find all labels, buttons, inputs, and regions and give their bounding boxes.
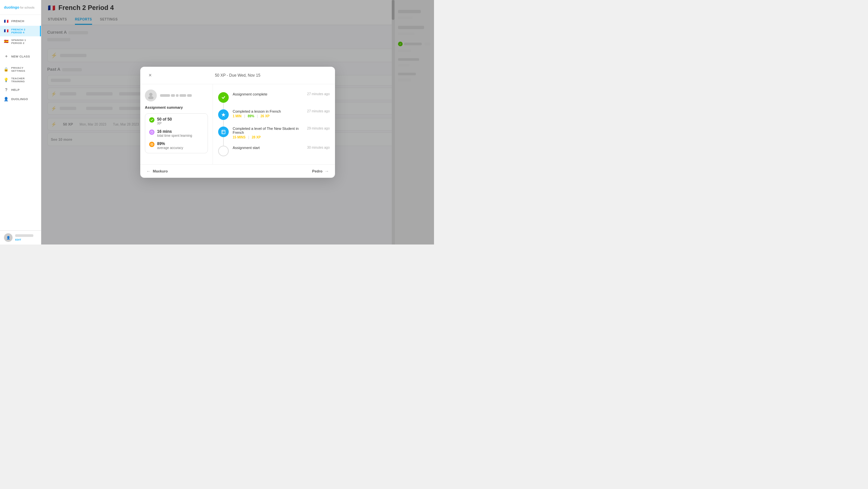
sidebar-item-privacy-settings[interactable]: 🔒 PRIVACY SETTINGS [0,64,41,75]
accuracy-row: M 89% average accuracy [149,141,204,150]
sidebar-label-teacher-training: TEACHER TRAINING [11,77,37,83]
check-circle-icon [221,95,226,100]
prev-arrow-icon: ← [146,169,151,174]
book-icon [221,129,226,135]
sidebar: duolingo for schools 🇫🇷 FRENCH 🇫🇷 FRENCH… [0,0,41,244]
activity-level-content: Completed a level of The New Student in … [233,126,303,139]
prev-student-button[interactable]: ← Maxkuro [146,169,168,174]
lesson-time-meta: 1 MIN [233,114,242,118]
avatar-icon [147,92,154,99]
sidebar-label-french2period4: FRENCH 2 PERIOD 4 [11,28,36,34]
user-avatar: 👤 [4,233,12,242]
meta-sep-2: | [257,114,258,118]
svg-point-1 [148,96,153,99]
spanish-flag: 🇪🇸 [4,39,8,44]
activity-complete-title: Assignment complete [233,92,303,96]
assignment-summary-card: 50 of 50 XP [145,113,208,153]
sidebar-item-new-class[interactable]: ＋ NEW CLASS [0,52,41,61]
activity-start-title: Assignment start [233,146,303,150]
clock-icon [150,131,153,134]
sidebar-label-spanish1period2: SPANISH 1 PERIOD 2 [11,39,37,45]
activity-item-lesson: Completed a lesson in French 1 MIN | 89%… [218,106,330,123]
meta-sep-3: | [248,136,249,139]
modal-header: × 50 XP - Due Wed, Nov 15 [140,67,335,84]
activity-level-meta: 15 MINS | 28 XP [233,136,303,139]
logo-text: duolingo for schools [4,5,37,10]
french2-flag: 🇫🇷 [4,29,8,33]
level-time-meta: 15 MINS [233,136,246,139]
level-icon [218,126,229,137]
logo-sub: for schools [19,6,34,9]
assignment-summary-label: Assignment summary [145,106,208,109]
next-student-button[interactable]: Pedro → [312,169,329,174]
activity-start-time: 30 minutes ago [307,146,330,149]
activity-lesson-title: Completed a lesson in French [233,109,303,113]
xp-value: 50 of 50 [157,117,172,122]
sidebar-item-spanish1period2[interactable]: 🇪🇸 SPANISH 1 PERIOD 2 [0,36,41,47]
activity-lesson-content: Completed a lesson in French 1 MIN | 89%… [233,109,303,118]
medal-icon: M [150,143,153,146]
accuracy-icon: M [149,142,154,147]
main-content: 🇫🇷 French 2 Period 4 STUDENTS REPORTS SE… [41,0,434,244]
time-value: 16 mins [157,129,192,134]
time-icon [149,130,154,135]
activity-lesson-meta: 1 MIN | 89% | 26 XP [233,114,303,118]
sidebar-item-french2period4[interactable]: 🇫🇷 FRENCH 2 PERIOD 4 [0,26,41,36]
activity-lesson-time: 27 minutes ago [307,109,330,113]
check-icon [150,118,153,122]
accuracy-value: 89% [157,141,183,146]
modal-title: 50 XP - Due Wed, Nov 15 [154,73,321,78]
svg-point-0 [149,93,153,96]
sidebar-label-duolingo: DUOLINGO [11,97,28,101]
time-row: 16 mins total time spent learning [149,129,204,138]
student-info [145,90,208,102]
help-icon: ? [4,88,8,92]
activity-start-content: Assignment start [233,146,303,151]
student-avatar [145,90,157,102]
activity-item-start: Assignment start 30 minutes ago [218,142,330,160]
xp-row: 50 of 50 XP [149,117,204,125]
logo-main: duolingo [4,5,19,9]
sidebar-label-new-class: NEW CLASS [11,55,30,58]
lightbulb-icon: 💡 [4,78,8,82]
sidebar-bottom: 👤 EDIT [0,230,41,244]
svg-rect-8 [222,130,225,134]
sidebar-item-french[interactable]: 🇫🇷 FRENCH [0,17,41,26]
activity-complete-content: Assignment complete [233,92,303,97]
modal-close-button[interactable]: × [146,71,154,79]
student-detail-modal: × 50 XP - Due Wed, Nov 15 [140,67,335,178]
svg-marker-7 [221,113,225,117]
svg-line-4 [152,132,153,133]
xp-icon [149,117,154,122]
sidebar-item-duolingo[interactable]: 👤 DUOLINGO [0,94,41,104]
plus-icon: ＋ [4,54,8,59]
activity-level-time: 29 minutes ago [307,126,330,130]
modal-body: Assignment summary 50 of 50 XP [140,84,335,164]
assignment-complete-icon [218,92,229,103]
username-blur [15,234,33,237]
meta-sep-1: | [244,114,245,118]
sidebar-item-help[interactable]: ? HELP [0,85,41,94]
prev-student-name: Maxkuro [153,169,168,173]
sidebar-label-privacy: PRIVACY SETTINGS [11,66,37,73]
level-xp-meta: 28 XP [252,136,261,139]
sidebar-label-french: FRENCH [11,20,24,23]
sidebar-label-help: HELP [11,88,20,91]
sidebar-item-teacher-training[interactable]: 💡 TEACHER TRAINING [0,75,41,85]
class-list: 🇫🇷 FRENCH 🇫🇷 FRENCH 2 PERIOD 4 🇪🇸 SPANIS… [0,15,41,49]
activity-feed: Assignment complete 27 minutes ago Compl… [213,84,335,164]
logo: duolingo for schools [0,0,41,15]
activity-level-title: Completed a level of The New Student in … [233,126,303,135]
xp-sub: XP [157,122,172,125]
edit-label[interactable]: EDIT [15,238,33,241]
activity-complete-time: 27 minutes ago [307,92,330,96]
accuracy-sub: average accuracy [157,146,183,150]
time-sub: total time spent learning [157,134,192,138]
svg-text:M: M [151,143,153,145]
next-student-name: Pedro [312,169,322,173]
modal-overlay[interactable]: × 50 XP - Due Wed, Nov 15 [41,0,434,244]
french-flag: 🇫🇷 [4,19,8,24]
lesson-accuracy-meta: 89% [248,114,254,118]
lock-icon: 🔒 [4,67,8,72]
modal-footer: ← Maxkuro Pedro → [140,164,335,178]
